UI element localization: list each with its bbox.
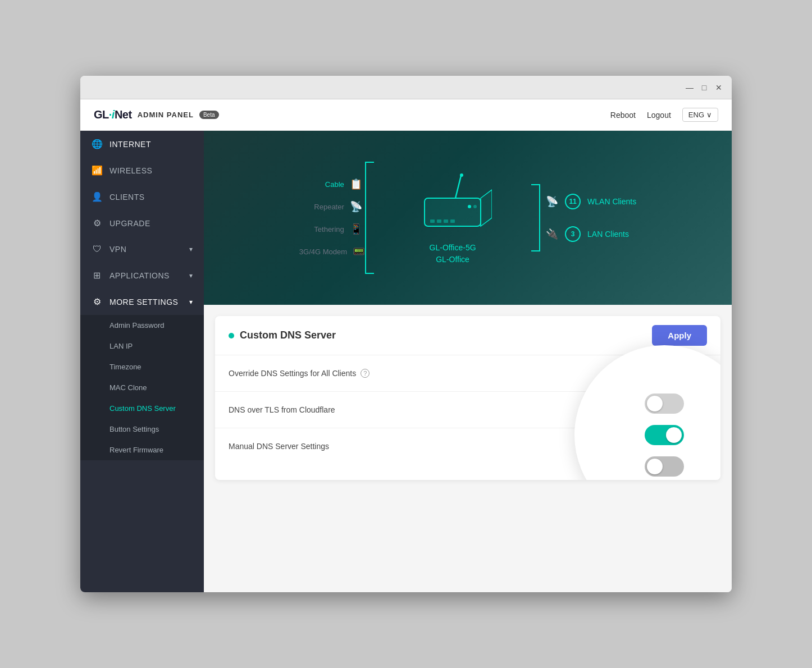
applications-arrow-icon: ▾ bbox=[189, 272, 193, 280]
zoom-slider-1 bbox=[645, 394, 684, 414]
sidebar-item-wireless[interactable]: 📶 WIRELESS bbox=[80, 157, 204, 184]
router-name: GL-Office-5G GL-Office bbox=[430, 242, 476, 266]
svg-point-10 bbox=[468, 205, 471, 208]
tethering-connection: Tethering 📱 bbox=[299, 223, 365, 235]
submenu-revert-firmware[interactable]: Revert Firmware bbox=[80, 440, 204, 460]
header: GL·iNet ADMIN PANEL Beta Reboot Logout E… bbox=[80, 99, 732, 131]
hero-section: Cable 📋 Repeater 📡 Tethering bbox=[204, 131, 732, 305]
svg-point-1 bbox=[460, 173, 463, 177]
modem-connection: 3G/4G Modem 📟 bbox=[299, 245, 365, 258]
cable-connection: Cable 📋 bbox=[299, 178, 365, 190]
minimize-button[interactable]: — bbox=[685, 83, 695, 93]
svg-rect-7 bbox=[437, 219, 441, 223]
dns-panel: Custom DNS Server Apply Override DNS Set… bbox=[215, 316, 720, 480]
applications-icon: ⊞ bbox=[92, 270, 103, 281]
zoom-toggle-2[interactable] bbox=[645, 425, 684, 445]
zoom-toggle-2-row bbox=[645, 425, 684, 445]
sidebar-item-more-settings[interactable]: ⚙ MORE SETTINGS ▾ bbox=[80, 289, 204, 315]
wlan-count: 11 bbox=[565, 194, 581, 209]
svg-rect-6 bbox=[430, 219, 435, 223]
connections-diagram: Cable 📋 Repeater 📡 Tethering bbox=[204, 162, 732, 274]
more-settings-arrow-icon: ▾ bbox=[189, 298, 193, 306]
close-button[interactable]: ✕ bbox=[714, 83, 724, 93]
logo-area: GL·iNet ADMIN PANEL Beta bbox=[94, 108, 219, 121]
lan-label: LAN Clients bbox=[587, 230, 629, 239]
panel-title-row: Custom DNS Server bbox=[229, 330, 336, 341]
svg-marker-5 bbox=[481, 190, 492, 226]
zoom-toggle-3[interactable] bbox=[645, 456, 684, 477]
svg-rect-9 bbox=[450, 219, 455, 223]
panel-title: Custom DNS Server bbox=[240, 330, 336, 341]
main-window: — □ ✕ GL·iNet ADMIN PANEL Beta Reboot Lo… bbox=[80, 76, 732, 592]
submenu-mac-clone[interactable]: MAC Clone bbox=[80, 377, 204, 398]
wlan-clients: 📡 11 WLAN Clients bbox=[546, 194, 636, 209]
cable-icon: 📋 bbox=[350, 178, 362, 190]
zoom-slider-3 bbox=[645, 456, 684, 477]
sidebar-item-clients[interactable]: 👤 CLIENTS bbox=[80, 184, 204, 210]
override-dns-help-icon[interactable]: ? bbox=[361, 369, 369, 378]
lan-clients: 🔌 3 LAN Clients bbox=[546, 226, 636, 242]
wireless-icon: 📶 bbox=[92, 165, 103, 176]
override-dns-label: Override DNS Settings for All Clients ? bbox=[229, 369, 369, 378]
zoom-knob-1 bbox=[647, 396, 663, 411]
sidebar-item-vpn[interactable]: 🛡 VPN ▾ bbox=[80, 236, 204, 262]
clients-icon: 👤 bbox=[92, 191, 103, 202]
upgrade-icon: ⚙ bbox=[92, 218, 103, 228]
submenu-timezone[interactable]: Timezone bbox=[80, 356, 204, 377]
sidebar-item-applications[interactable]: ⊞ APPLICATIONS ▾ bbox=[80, 262, 204, 289]
zoom-toggle-1-row bbox=[645, 394, 684, 414]
more-settings-icon: ⚙ bbox=[92, 296, 103, 307]
zoom-slider-2 bbox=[645, 425, 684, 445]
zoom-toggle-1[interactable] bbox=[645, 394, 684, 414]
sidebar-item-upgrade[interactable]: ⚙ UPGRADE bbox=[80, 210, 204, 236]
content-area: Cable 📋 Repeater 📡 Tethering bbox=[204, 131, 732, 592]
header-right: Reboot Logout ENG ∨ bbox=[610, 108, 718, 122]
submenu-admin-password[interactable]: Admin Password bbox=[80, 315, 204, 336]
repeater-connection: Repeater 📡 bbox=[299, 200, 365, 213]
tethering-label: Tethering bbox=[299, 225, 344, 234]
vpn-icon: 🛡 bbox=[92, 244, 103, 254]
wlan-icon: 📡 bbox=[546, 195, 558, 208]
svg-rect-8 bbox=[444, 219, 448, 223]
title-bar: — □ ✕ bbox=[80, 76, 732, 99]
zoom-knob-3 bbox=[647, 459, 663, 474]
left-connections-block: Cable 📋 Repeater 📡 Tethering bbox=[299, 162, 380, 274]
router-center: GL-Office-5G GL-Office bbox=[413, 170, 492, 266]
logout-button[interactable]: Logout bbox=[647, 111, 671, 120]
more-settings-submenu: Admin Password LAN IP Timezone MAC Clone… bbox=[80, 315, 204, 460]
internet-icon: 🌐 bbox=[92, 139, 103, 149]
modem-icon: 📟 bbox=[353, 245, 365, 258]
lan-icon: 🔌 bbox=[546, 228, 558, 240]
admin-panel-label: ADMIN PANEL bbox=[138, 111, 194, 119]
panel-indicator bbox=[229, 333, 234, 338]
tethering-icon: 📱 bbox=[350, 223, 362, 235]
sidebar-item-internet[interactable]: 🌐 INTERNET bbox=[80, 131, 204, 157]
repeater-label: Repeater bbox=[299, 203, 344, 211]
svg-line-0 bbox=[455, 176, 461, 198]
right-clients: 📡 11 WLAN Clients 🔌 3 LAN Clients bbox=[546, 194, 636, 242]
left-bracket bbox=[365, 162, 374, 274]
cable-label: Cable bbox=[299, 180, 344, 189]
router-svg bbox=[413, 170, 492, 237]
left-connections: Cable 📋 Repeater 📡 Tethering bbox=[299, 178, 365, 258]
submenu-lan-ip[interactable]: LAN IP bbox=[80, 336, 204, 356]
reboot-button[interactable]: Reboot bbox=[610, 111, 636, 120]
dns-tls-label: DNS over TLS from Cloudflare bbox=[229, 405, 335, 414]
modem-label: 3G/4G Modem bbox=[299, 248, 347, 256]
submenu-button-settings[interactable]: Button Settings bbox=[80, 419, 204, 440]
wlan-label: WLAN Clients bbox=[587, 197, 636, 206]
zoom-toggle-3-row bbox=[645, 456, 684, 477]
repeater-icon: 📡 bbox=[350, 200, 362, 213]
beta-badge: Beta bbox=[199, 111, 219, 119]
submenu-custom-dns[interactable]: Custom DNS Server bbox=[80, 398, 204, 419]
lan-count: 3 bbox=[565, 226, 581, 242]
panel-area: Custom DNS Server Apply Override DNS Set… bbox=[204, 305, 732, 592]
apply-button[interactable]: Apply bbox=[652, 325, 707, 346]
zoom-knob-2 bbox=[666, 427, 682, 443]
manual-dns-label: Manual DNS Server Settings bbox=[229, 442, 329, 451]
right-bracket bbox=[531, 184, 540, 251]
maximize-button[interactable]: □ bbox=[699, 83, 709, 93]
language-selector[interactable]: ENG ∨ bbox=[682, 108, 718, 122]
main-layout: 🌐 INTERNET 📶 WIRELESS 👤 CLIENTS ⚙ UPGRAD… bbox=[80, 131, 732, 592]
svg-point-11 bbox=[473, 205, 477, 208]
